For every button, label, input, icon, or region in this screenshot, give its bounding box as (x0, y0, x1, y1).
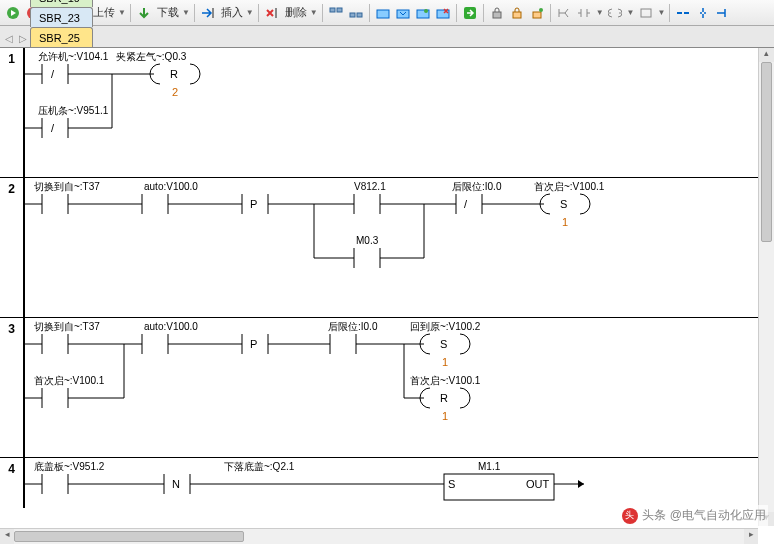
contact-icon[interactable] (575, 4, 593, 22)
svg-rect-10 (377, 10, 389, 18)
contact-label: 切换到自~:T37 (34, 321, 100, 332)
box-icon[interactable] (637, 4, 655, 22)
coil-op: R (170, 68, 178, 80)
watermark: 头 头条 @电气自动化应用 (620, 505, 768, 526)
svg-rect-4 (212, 8, 214, 18)
contact-label: 后限位:I0.0 (452, 181, 502, 192)
wire-h-icon[interactable] (674, 4, 692, 22)
tab-SBR_23[interactable]: SBR_23 (30, 7, 93, 27)
coil-label: 夹紧左气~:Q0.3 (116, 51, 187, 62)
rung-number: 3 (0, 318, 24, 457)
ladder-editor[interactable]: 1 允许机~:V104.1 / 夹紧左气~:Q0.3 R 2 压机条~:V951… (0, 48, 774, 526)
tab-SBR_19[interactable]: SBR_19 (30, 0, 93, 7)
svg-rect-17 (513, 12, 521, 18)
contact-label: 切换到自~:T37 (34, 181, 100, 192)
tab-SBR_25[interactable]: SBR_25 (30, 27, 93, 47)
contact-label: V812.1 (354, 181, 386, 192)
delete-icon[interactable] (263, 4, 281, 22)
contact-label: 下落底盖~:Q2.1 (224, 461, 295, 472)
horizontal-scrollbar[interactable]: ◂ ▸ (0, 528, 758, 544)
svg-point-13 (424, 9, 428, 13)
rung-number: 4 (0, 458, 24, 508)
branch-icon[interactable] (555, 4, 573, 22)
box-label: M1.1 (478, 461, 501, 472)
tab-next-icon[interactable]: ▷ (16, 29, 30, 47)
svg-rect-11 (397, 10, 409, 18)
folder2-icon[interactable] (394, 4, 412, 22)
coil-val: 1 (562, 216, 568, 228)
run-icon[interactable] (4, 4, 22, 22)
insert-label[interactable]: 插入 (221, 5, 243, 20)
svg-rect-5 (275, 8, 277, 18)
svg-rect-6 (330, 8, 335, 12)
svg-rect-7 (337, 8, 342, 12)
wire-end-icon[interactable] (714, 4, 732, 22)
coil-op: R (440, 392, 448, 404)
insert-icon[interactable] (199, 4, 217, 22)
group1-icon[interactable] (327, 4, 345, 22)
lock1-icon[interactable] (488, 4, 506, 22)
tab-prev-icon[interactable]: ◁ (2, 29, 16, 47)
go-icon[interactable] (461, 4, 479, 22)
contact-label: 后限位:I0.0 (328, 321, 378, 332)
svg-rect-16 (493, 12, 501, 18)
p-contact: P (250, 198, 257, 210)
svg-text:/: / (51, 122, 55, 134)
contact-label: 允许机~:V104.1 (38, 51, 109, 62)
svg-rect-8 (350, 13, 355, 17)
wire-v-icon[interactable] (694, 4, 712, 22)
vertical-scrollbar[interactable]: ▴ ▾ (758, 48, 774, 526)
coil-icon[interactable] (606, 4, 624, 22)
p-contact: P (250, 338, 257, 350)
scroll-thumb[interactable] (761, 62, 772, 242)
rung-number: 2 (0, 178, 24, 317)
delete-label[interactable]: 删除 (285, 5, 307, 20)
lock3-icon[interactable] (528, 4, 546, 22)
coil-val: 2 (172, 86, 178, 98)
coil-op: S (560, 198, 567, 210)
folder-x-icon[interactable] (434, 4, 452, 22)
watermark-logo-icon: 头 (622, 508, 638, 524)
contact-label: M0.3 (356, 235, 379, 246)
download-icon[interactable] (135, 4, 153, 22)
rung-number: 1 (0, 48, 24, 177)
coil-label: 首次启~:V100.1 (534, 181, 605, 192)
contact-label: 首次启~:V100.1 (34, 375, 105, 386)
coil-label: 回到原~:V100.2 (410, 321, 481, 332)
n-contact: N (172, 478, 180, 490)
coil-val: 1 (442, 356, 448, 368)
scroll-left-icon[interactable]: ◂ (0, 529, 14, 544)
svg-text:/: / (51, 68, 55, 80)
folder3-icon[interactable] (414, 4, 432, 22)
lock2-icon[interactable] (508, 4, 526, 22)
svg-point-19 (539, 8, 543, 12)
toolbar: 上传▼ 下载▼ 插入▼ 删除▼ ▼ ▼ ▼ (0, 0, 774, 26)
svg-rect-20 (641, 9, 651, 17)
upload-label[interactable]: 上传 (93, 5, 115, 20)
contact-label: 底盖板~:V951.2 (34, 461, 105, 472)
svg-text:/: / (464, 198, 468, 210)
coil-op: S (440, 338, 447, 350)
scroll-up-icon[interactable]: ▴ (759, 48, 774, 62)
contact-label: auto:V100.0 (144, 321, 198, 332)
group2-icon[interactable] (347, 4, 365, 22)
coil-label: 首次启~:V100.1 (410, 375, 481, 386)
svg-rect-9 (357, 13, 362, 17)
coil-val: 1 (442, 410, 448, 422)
scroll-right-icon[interactable]: ▸ (744, 529, 758, 544)
scroll-thumb[interactable] (14, 531, 244, 542)
box-pin: S (448, 478, 455, 490)
svg-rect-18 (533, 12, 541, 18)
contact-label: 压机条~:V951.1 (38, 105, 109, 116)
folder1-icon[interactable] (374, 4, 392, 22)
box-pin: OUT (526, 478, 550, 490)
download-label[interactable]: 下载 (157, 5, 179, 20)
contact-label: auto:V100.0 (144, 181, 198, 192)
tab-bar: ◁ ▷ MAINSBR_0×SBR_1SBR_2SBR_3SBR_4SBR_16… (0, 26, 774, 48)
